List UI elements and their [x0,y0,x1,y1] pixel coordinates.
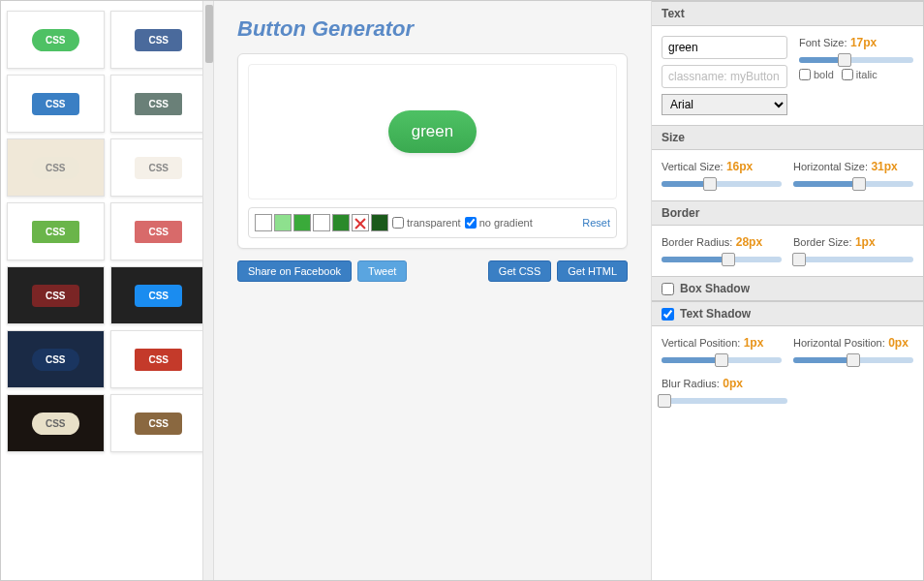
button-text-input[interactable] [662,36,787,59]
preset-thumb[interactable]: CSS [7,394,105,452]
ts-vpos-label: Vertical Position: [662,337,740,349]
share-facebook-button[interactable]: Share on Facebook [237,260,352,282]
preset-thumb[interactable]: CSS [110,11,208,69]
vsize-value: 16px [726,160,753,173]
color-swatch[interactable] [371,214,388,231]
box-shadow-checkbox[interactable] [662,283,674,295]
tweet-button[interactable]: Tweet [357,260,407,282]
ts-vpos-value: 1px [744,336,764,350]
vsize-slider[interactable] [662,181,782,187]
bold-checkbox[interactable]: bold [799,69,834,80]
ts-blur-value: 0px [723,377,743,390]
ts-hpos-slider[interactable] [793,357,913,363]
font-family-select[interactable]: Arial [662,94,787,115]
vsize-label: Vertical Size: [662,161,724,172]
ts-blur-label: Blur Radius: [662,378,720,389]
ts-hpos-label: Horizontal Position: [793,337,885,349]
preset-thumb[interactable]: CSS [110,75,208,133]
no-gradient-label: no gradient [479,217,533,229]
get-css-button[interactable]: Get CSS [488,260,551,282]
color-swatch[interactable] [255,214,272,231]
font-size-label: Font Size: [799,37,847,48]
font-size-slider[interactable] [799,57,913,63]
reset-link[interactable]: Reset [582,217,610,229]
hsize-label: Horizontal Size: [793,161,868,172]
sidebar-scrollbar[interactable] [202,1,214,580]
ts-hpos-value: 0px [888,336,909,350]
main-column: Button Generator green transparent no gr… [214,1,652,580]
ts-vpos-slider[interactable] [662,357,782,363]
preset-thumb[interactable]: CSS [7,75,105,133]
section-text-shadow-heading[interactable]: Text Shadow [652,301,923,326]
ts-blur-slider[interactable] [662,398,787,404]
action-row: Share on Facebook Tweet Get CSS Get HTML [237,260,628,282]
italic-checkbox[interactable]: italic [842,69,878,80]
preset-thumb[interactable]: CSS [7,138,105,197]
border-size-slider[interactable] [793,257,913,262]
border-radius-label: Border Radius: [662,236,732,248]
preset-thumb[interactable]: CSS [110,394,208,452]
preset-thumb[interactable]: CSS [7,266,105,324]
color-swatch[interactable] [313,214,330,231]
preset-thumb[interactable]: CSS [7,11,105,69]
preview-panel: green transparent no gradient Reset [237,53,628,249]
hsize-slider[interactable] [793,181,913,187]
preset-thumb[interactable]: CSS [110,266,208,324]
no-gradient-checkbox[interactable]: no gradient [465,217,533,229]
preset-grid: CSSCSSCSSCSSCSSCSSCSSCSSCSSCSSCSSCSSCSSC… [7,11,207,452]
color-palette-row: transparent no gradient Reset [248,207,617,238]
classname-input[interactable] [662,65,787,88]
color-swatch[interactable] [352,214,369,231]
border-radius-value: 28px [736,235,762,249]
preset-thumb[interactable]: CSS [110,202,208,260]
color-swatch[interactable] [274,214,292,231]
preset-thumb[interactable]: CSS [7,330,105,388]
preset-sidebar: CSSCSSCSSCSSCSSCSSCSSCSSCSSCSSCSSCSSCSSC… [1,1,214,580]
border-radius-slider[interactable] [662,257,782,262]
page-title: Button Generator [237,16,628,42]
section-box-shadow-heading[interactable]: Box Shadow [652,276,923,301]
scroll-thumb[interactable] [205,5,213,63]
text-shadow-checkbox[interactable] [662,308,674,321]
preview-button[interactable]: green [388,110,477,153]
color-swatch[interactable] [293,214,311,231]
preset-thumb[interactable]: CSS [7,202,105,260]
border-size-value: 1px [855,235,876,249]
settings-panel: Text Arial Font Size: 17px bold italic [652,1,923,580]
section-text-heading: Text [652,1,923,26]
transparent-checkbox[interactable]: transparent [392,217,461,229]
get-html-button[interactable]: Get HTML [557,260,628,282]
border-size-label: Border Size: [793,236,852,248]
font-size-value: 17px [850,36,877,49]
preview-canvas: green [248,64,617,199]
color-swatch[interactable] [332,214,350,231]
preset-thumb[interactable]: CSS [110,330,208,388]
transparent-label: transparent [407,217,461,229]
preset-thumb[interactable]: CSS [110,138,208,197]
app-root: CSSCSSCSSCSSCSSCSSCSSCSSCSSCSSCSSCSSCSSC… [0,0,924,581]
hsize-value: 31px [871,160,897,173]
section-border-heading: Border [652,200,923,226]
section-size-heading: Size [652,125,923,150]
